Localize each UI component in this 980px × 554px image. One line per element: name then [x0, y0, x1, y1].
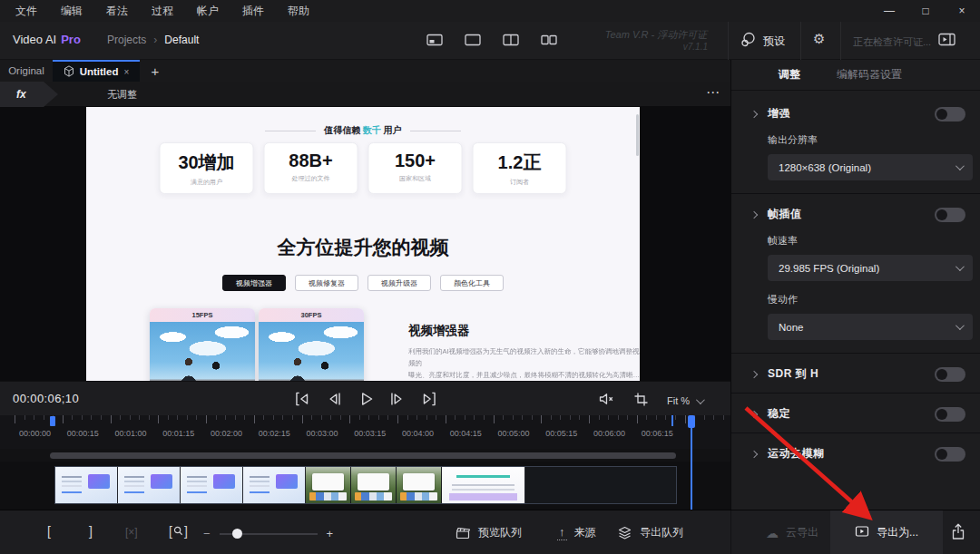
close-button[interactable]: ×	[944, 0, 980, 22]
ruler-tick	[522, 415, 523, 420]
menu-item-6[interactable]: 帮助	[276, 0, 321, 22]
menu-item-2[interactable]: 看法	[94, 0, 140, 22]
filmstrip-thumbnail[interactable]	[397, 467, 442, 503]
filmstrip-thumbnail[interactable]	[442, 467, 525, 503]
zoom-region-button[interactable]: [ ]	[169, 524, 188, 539]
motion-deblur-toggle[interactable]	[935, 447, 965, 462]
menu-item-4[interactable]: 帐户	[185, 0, 230, 22]
crop-icon[interactable]	[632, 391, 650, 412]
layers-icon	[617, 526, 632, 540]
timeline-in-marker[interactable]	[50, 416, 55, 426]
chevron-right-icon	[750, 110, 758, 117]
add-tab-button[interactable]: +	[140, 60, 171, 82]
ruler-tick	[24, 415, 25, 420]
breadcrumb-current[interactable]: Default	[164, 34, 199, 46]
ruler-tick	[292, 415, 293, 420]
skip-to-end-button[interactable]	[419, 389, 439, 409]
timeline-scrollbar-thumb[interactable]	[50, 452, 676, 459]
next-frame-button[interactable]	[387, 389, 407, 409]
zoom-in-icon[interactable]: +	[327, 527, 334, 540]
ruler-tick	[532, 415, 533, 420]
app-title: Video AIPro	[13, 33, 81, 46]
split-view-icon[interactable]	[503, 34, 519, 46]
output-resolution-dropdown[interactable]: 1280×638 (Original)	[768, 154, 973, 180]
output-resolution-label: 输出分辨率	[768, 133, 965, 147]
enhance-toggle[interactable]	[935, 107, 965, 121]
source-button[interactable]: ↑ 来源	[557, 510, 596, 554]
clear-trim-button[interactable]: [×]	[125, 526, 138, 539]
mute-icon[interactable]	[597, 390, 615, 412]
frame-interpolation-toggle[interactable]	[935, 208, 965, 222]
menu-item-1[interactable]: 编辑	[49, 0, 94, 22]
presets-button[interactable]: 预设	[740, 32, 785, 50]
ruler-tick	[465, 415, 466, 420]
export-queue-button[interactable]: 导出队列	[617, 510, 683, 554]
fx-icon[interactable]: fx	[0, 82, 58, 107]
single-view-icon[interactable]	[465, 34, 481, 46]
ruler-tick	[513, 415, 514, 420]
section-interp-header[interactable]: 帧插值	[746, 207, 965, 222]
toolbar-divider	[840, 22, 841, 60]
share-icon[interactable]	[951, 523, 965, 544]
minimize-button[interactable]: —	[871, 0, 907, 22]
ruler-tick	[206, 415, 207, 423]
breadcrumb: Projects › Default	[107, 34, 199, 46]
tab-close-icon[interactable]: ×	[123, 67, 129, 77]
playhead-handle[interactable]	[688, 415, 695, 428]
ruler-tick	[618, 415, 619, 420]
previous-frame-button[interactable]	[324, 389, 344, 409]
ruler-tick	[139, 415, 140, 420]
single-view-pip-icon[interactable]	[426, 34, 443, 46]
panel-toggle-icon[interactable]	[938, 33, 956, 50]
stabilize-toggle[interactable]	[935, 407, 965, 422]
section-deblur-header[interactable]: 运动去模糊	[746, 446, 965, 462]
chevron-down-icon	[956, 262, 965, 271]
filmstrip-thumbnail[interactable]	[55, 467, 118, 503]
skip-to-start-button[interactable]	[292, 389, 312, 409]
timeline-ruler[interactable]: 00:00:0000:00:1500:01:0000:01:1500:02:00…	[0, 415, 730, 449]
maximize-button[interactable]: □	[907, 0, 944, 22]
ruler-tick	[723, 415, 724, 420]
tab-original[interactable]: Original	[0, 60, 53, 82]
menu-item-5[interactable]: 插件	[230, 0, 276, 22]
zoom-fit-dropdown[interactable]: Fit %	[667, 395, 702, 406]
side-by-side-view-icon[interactable]	[541, 34, 557, 46]
sdr-toggle[interactable]	[935, 367, 965, 382]
ruler-tick	[656, 415, 657, 420]
export-as-button[interactable]: 导出为...	[830, 510, 943, 554]
filmstrip-thumbnail[interactable]	[306, 467, 351, 503]
section-enhance-header[interactable]: 增强	[746, 106, 965, 121]
menu-item-0[interactable]: 文件	[4, 0, 49, 22]
ruler-label: 00:04:15	[450, 429, 482, 438]
timeline-out-marker[interactable]	[671, 415, 673, 426]
tab-untitled[interactable]: Untitled ×	[53, 60, 140, 82]
main-toolbar: Video AIPro Projects › Default Team V.R …	[0, 22, 980, 60]
section-stabilize-header[interactable]: 稳定	[746, 406, 965, 422]
zoom-out-icon[interactable]: −	[203, 527, 211, 540]
tab-codec-settings[interactable]: 编解码器设置	[837, 67, 902, 83]
slow-motion-dropdown[interactable]: None	[768, 314, 973, 340]
ruler-label: 00:01:15	[162, 429, 194, 438]
filmstrip-thumbnail[interactable]	[243, 467, 306, 503]
zoom-slider-knob[interactable]	[232, 529, 242, 539]
set-out-point-button[interactable]: ]	[89, 524, 93, 539]
filmstrip-thumbnail[interactable]	[118, 467, 181, 503]
filmstrip-thumbnail[interactable]	[181, 467, 243, 503]
ruler-tick	[579, 415, 580, 420]
preview-queue-button[interactable]: 预览队列	[456, 510, 522, 554]
play-button[interactable]	[356, 389, 376, 409]
frame-rate-dropdown[interactable]: 29.985 FPS (Original)	[768, 255, 973, 281]
pro-badge: Pro	[61, 33, 81, 46]
cloud-export-button[interactable]: ☁ 云导出	[742, 510, 842, 554]
filmstrip-thumbnail[interactable]	[351, 467, 397, 503]
set-in-point-button[interactable]: [	[47, 524, 51, 539]
breadcrumb-root[interactable]: Projects	[107, 34, 146, 46]
more-options-icon[interactable]: ⋯	[706, 84, 720, 101]
settings-gear-icon[interactable]: ⚙	[813, 31, 825, 47]
menu-item-3[interactable]: 过程	[140, 0, 185, 22]
tab-adjustments[interactable]: 调整	[779, 67, 800, 83]
section-sdr-header[interactable]: SDR 到 H	[746, 366, 965, 382]
ruler-tick	[63, 415, 64, 423]
tab-original-label: Original	[8, 65, 44, 76]
zoom-slider-track[interactable]	[220, 533, 318, 535]
